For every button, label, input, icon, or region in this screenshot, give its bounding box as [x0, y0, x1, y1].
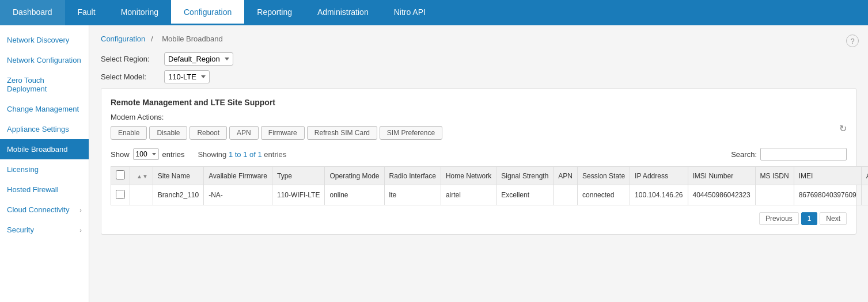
- table-controls: Show 100 10 25 50 entries Showing 1 to 1…: [111, 148, 847, 160]
- td-operating-mode: online: [325, 185, 384, 205]
- nav-item-administration[interactable]: Administration: [305, 0, 381, 25]
- td-ms-isdn: [755, 185, 794, 205]
- entries-per-page-select[interactable]: 100 10 25 50: [133, 148, 159, 160]
- page-1-button[interactable]: 1: [801, 212, 818, 225]
- table-row: Branch2_110 -NA- 110-WIFI-LTE online lte…: [111, 185, 869, 205]
- td-signal-strength: Excellent: [496, 185, 554, 205]
- layout: Network Discovery Network Configuration …: [0, 25, 868, 302]
- next-page-button[interactable]: Next: [820, 212, 847, 225]
- td-sort: [130, 185, 153, 205]
- row-checkbox[interactable]: [116, 190, 125, 199]
- modem-actions-label: Modem Actions:: [111, 113, 847, 121]
- th-active-firmware[interactable]: Active Firmware: [861, 167, 868, 185]
- td-imsi-number: 404450986042323: [688, 185, 755, 205]
- nav-item-monitoring[interactable]: Monitoring: [108, 0, 171, 25]
- td-available-firmware: -NA-: [204, 185, 272, 205]
- th-sort[interactable]: ▲▼: [130, 167, 153, 185]
- region-label: Select Region:: [101, 55, 164, 63]
- model-select[interactable]: 110-LTE: [164, 70, 210, 83]
- search-input[interactable]: [760, 148, 847, 160]
- td-session-state: connected: [578, 185, 630, 205]
- chevron-right-icon: ›: [79, 207, 82, 213]
- td-ip-address: 100.104.146.26: [630, 185, 688, 205]
- region-form-row: Select Region: Default_Region: [101, 52, 856, 66]
- th-ip-address[interactable]: IP Address: [630, 167, 688, 185]
- showing-text: Showing 1 to 1 of 1 entries: [198, 150, 286, 159]
- th-imsi-number[interactable]: IMSI Number: [688, 167, 755, 185]
- select-all-checkbox[interactable]: [116, 170, 125, 179]
- td-apn: [554, 185, 578, 205]
- nav-item-fault[interactable]: Fault: [65, 0, 108, 25]
- sidebar-item-licensing[interactable]: Licensing: [0, 159, 89, 179]
- model-form-row: Select Model: 110-LTE: [101, 70, 856, 83]
- entries-label: entries: [162, 150, 185, 159]
- th-operating-mode[interactable]: Operating Mode: [325, 167, 384, 185]
- td-site-name: Branch2_110: [153, 185, 203, 205]
- search-label: Search:: [731, 150, 757, 159]
- td-checkbox: [111, 185, 130, 205]
- modem-action-buttons: Enable Disable Reboot APN Firmware Refre…: [111, 126, 847, 140]
- region-select[interactable]: Default_Region: [164, 52, 233, 66]
- nav-item-nitro-api[interactable]: Nitro API: [381, 0, 438, 25]
- th-imei[interactable]: IMEI: [794, 167, 861, 185]
- previous-page-button[interactable]: Previous: [759, 212, 799, 225]
- th-home-network[interactable]: Home Network: [441, 167, 496, 185]
- sidebar-item-network-configuration[interactable]: Network Configuration: [0, 50, 89, 70]
- show-label: Show: [111, 150, 130, 159]
- sidebar: Network Discovery Network Configuration …: [0, 25, 89, 302]
- th-type[interactable]: Type: [272, 167, 325, 185]
- sidebar-item-appliance-settings[interactable]: Appliance Settings: [0, 119, 89, 139]
- apn-button[interactable]: APN: [229, 126, 259, 140]
- search-box: Search:: [731, 148, 847, 160]
- th-signal-strength[interactable]: Signal Strength: [496, 167, 554, 185]
- disable-button[interactable]: Disable: [149, 126, 187, 140]
- help-icon[interactable]: ?: [846, 35, 859, 47]
- th-ms-isdn[interactable]: MS ISDN: [755, 167, 794, 185]
- td-type: 110-WIFI-LTE: [272, 185, 325, 205]
- sidebar-item-change-management[interactable]: Change Management: [0, 99, 89, 119]
- nav-item-dashboard[interactable]: Dashboard: [0, 0, 65, 25]
- sidebar-item-cloud-connectivity[interactable]: Cloud Connectivity ›: [0, 200, 89, 220]
- breadcrumb-separator: /: [151, 35, 153, 43]
- sidebar-item-zero-touch-deployment[interactable]: Zero Touch Deployment: [0, 70, 89, 99]
- td-active-firmware: [861, 185, 868, 205]
- sim-preference-button[interactable]: SIM Preference: [380, 126, 442, 140]
- pagination: Previous 1 Next: [111, 212, 847, 225]
- th-available-firmware[interactable]: Available Firmware: [204, 167, 272, 185]
- sidebar-item-security[interactable]: Security ›: [0, 220, 89, 240]
- sidebar-item-mobile-broadband[interactable]: Mobile Broadband: [0, 139, 89, 159]
- nav-item-configuration[interactable]: Configuration: [171, 0, 244, 25]
- breadcrumb: Configuration / Mobile Broadband: [101, 35, 856, 43]
- breadcrumb-current: Mobile Broadband: [162, 35, 223, 43]
- sidebar-item-hosted-firewall[interactable]: Hosted Firewall: [0, 179, 89, 200]
- model-label: Select Model:: [101, 72, 164, 81]
- firmware-button[interactable]: Firmware: [261, 126, 305, 140]
- sidebar-item-network-discovery[interactable]: Network Discovery: [0, 30, 89, 50]
- td-radio-interface: lte: [384, 185, 441, 205]
- main-content: ? Configuration / Mobile Broadband Selec…: [89, 25, 868, 302]
- th-checkbox: [111, 167, 130, 185]
- panel-title: Remote Management and LTE Site Support: [111, 98, 847, 107]
- main-panel: Remote Management and LTE Site Support M…: [101, 88, 856, 235]
- th-radio-interface[interactable]: Radio Interface: [384, 167, 441, 185]
- top-nav: Dashboard Fault Monitoring Configuration…: [0, 0, 868, 25]
- refresh-icon[interactable]: ↻: [839, 123, 847, 134]
- chevron-right-icon-security: ›: [79, 227, 82, 234]
- show-entries: Show 100 10 25 50 entries Showing 1 to 1…: [111, 148, 286, 160]
- th-apn[interactable]: APN: [554, 167, 578, 185]
- refresh-sim-card-button[interactable]: Refresh SIM Card: [307, 126, 377, 140]
- enable-button[interactable]: Enable: [111, 126, 147, 140]
- th-session-state[interactable]: Session State: [578, 167, 630, 185]
- td-home-network: airtel: [441, 185, 496, 205]
- reboot-button[interactable]: Reboot: [189, 126, 227, 140]
- td-imei: 867698040397609: [794, 185, 861, 205]
- nav-item-reporting[interactable]: Reporting: [244, 0, 305, 25]
- table-header-row: ▲▼ Site Name Available Firmware Type Ope…: [111, 167, 869, 185]
- breadcrumb-parent-link[interactable]: Configuration: [101, 35, 145, 43]
- data-table: ▲▼ Site Name Available Firmware Type Ope…: [111, 166, 868, 205]
- th-site-name[interactable]: Site Name: [153, 167, 203, 185]
